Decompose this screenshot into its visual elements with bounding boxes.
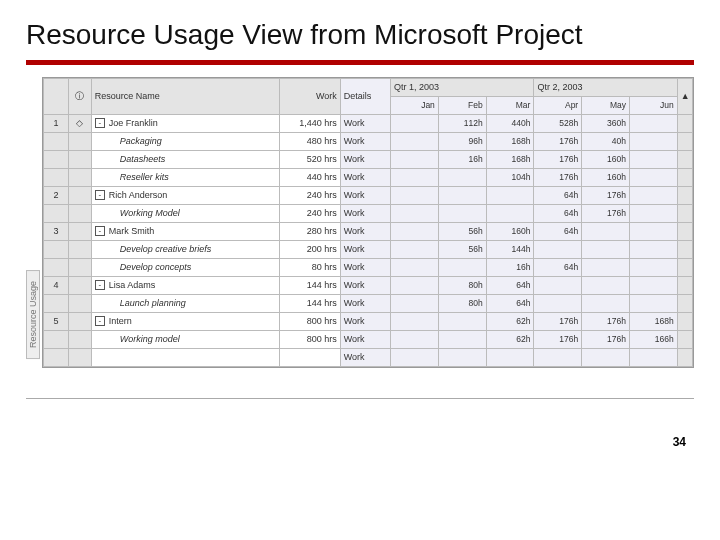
timephased-cell[interactable]: 360h — [582, 114, 630, 132]
scrollbar-track[interactable] — [677, 222, 692, 240]
timephased-cell[interactable]: 176h — [534, 132, 582, 150]
work-cell[interactable]: 800 hrs — [280, 330, 340, 348]
timephased-cell[interactable] — [391, 168, 439, 186]
row-id[interactable] — [44, 330, 69, 348]
timephased-cell[interactable]: 176h — [534, 312, 582, 330]
timephased-cell[interactable] — [534, 276, 582, 294]
timephased-cell[interactable] — [582, 294, 630, 312]
timephased-cell[interactable]: 160h — [582, 168, 630, 186]
collapse-icon[interactable]: - — [95, 226, 105, 236]
row-indicator[interactable] — [69, 132, 92, 150]
row-id[interactable] — [44, 348, 69, 366]
row-indicator[interactable] — [69, 150, 92, 168]
table-row[interactable]: Develop concepts80 hrsWork16h64h — [44, 258, 693, 276]
timephased-cell[interactable] — [438, 186, 486, 204]
scrollbar-track[interactable] — [677, 276, 692, 294]
details-cell[interactable]: Work — [340, 186, 390, 204]
timephased-cell[interactable] — [391, 312, 439, 330]
table-row[interactable]: Launch planning144 hrsWork80h64h — [44, 294, 693, 312]
task-name-cell[interactable]: Develop creative briefs — [91, 240, 280, 258]
empty-name-cell[interactable] — [91, 348, 280, 366]
task-name-cell[interactable]: Packaging — [91, 132, 280, 150]
row-indicator[interactable] — [69, 204, 92, 222]
resource-name-cell[interactable]: -Intern — [91, 312, 280, 330]
work-cell[interactable]: 480 hrs — [280, 132, 340, 150]
resource-name-cell[interactable]: -Lisa Adams — [91, 276, 280, 294]
header-info-icon[interactable]: ⓘ — [69, 78, 92, 114]
task-name-cell[interactable]: Reseller kits — [91, 168, 280, 186]
work-cell[interactable]: 240 hrs — [280, 186, 340, 204]
row-id[interactable] — [44, 132, 69, 150]
collapse-icon[interactable]: - — [95, 280, 105, 290]
timephased-cell[interactable] — [629, 204, 677, 222]
timephased-cell[interactable] — [582, 276, 630, 294]
header-month-may[interactable]: May — [582, 96, 630, 114]
timephased-cell[interactable]: 16h — [438, 150, 486, 168]
timephased-cell[interactable]: 176h — [534, 150, 582, 168]
scrollbar-track[interactable] — [677, 204, 692, 222]
timephased-cell[interactable]: 104h — [486, 168, 534, 186]
timephased-cell[interactable] — [629, 294, 677, 312]
timephased-cell[interactable]: 56h — [438, 222, 486, 240]
details-cell[interactable]: Work — [340, 114, 390, 132]
row-id[interactable] — [44, 168, 69, 186]
scrollbar-track[interactable] — [677, 114, 692, 132]
timephased-cell[interactable] — [438, 258, 486, 276]
scrollbar-track[interactable] — [677, 258, 692, 276]
timephased-cell[interactable]: 440h — [486, 114, 534, 132]
row-indicator[interactable] — [69, 348, 92, 366]
row-id[interactable] — [44, 204, 69, 222]
timephased-cell[interactable] — [391, 222, 439, 240]
timephased-cell[interactable] — [391, 186, 439, 204]
details-cell[interactable]: Work — [340, 258, 390, 276]
resource-name-cell[interactable]: -Joe Franklin — [91, 114, 280, 132]
scrollbar-track[interactable] — [677, 132, 692, 150]
scrollbar-track[interactable] — [677, 348, 692, 366]
table-row[interactable]: Develop creative briefs200 hrsWork56h144… — [44, 240, 693, 258]
timephased-cell[interactable]: 80h — [438, 294, 486, 312]
timephased-cell[interactable] — [391, 150, 439, 168]
table-row[interactable]: 5-Intern800 hrsWork62h176h176h168h — [44, 312, 693, 330]
details-cell[interactable]: Work — [340, 150, 390, 168]
timephased-cell[interactable] — [438, 312, 486, 330]
scrollbar-track[interactable] — [677, 150, 692, 168]
timephased-cell[interactable] — [391, 240, 439, 258]
timephased-cell[interactable]: 16h — [486, 258, 534, 276]
header-work[interactable]: Work — [280, 78, 340, 114]
timephased-cell[interactable]: 64h — [486, 276, 534, 294]
row-indicator[interactable] — [69, 240, 92, 258]
header-month-feb[interactable]: Feb — [438, 96, 486, 114]
timephased-cell[interactable] — [629, 168, 677, 186]
table-row[interactable]: Working model800 hrsWork62h176h176h166h — [44, 330, 693, 348]
timephased-cell[interactable] — [629, 150, 677, 168]
row-id[interactable] — [44, 294, 69, 312]
timephased-cell[interactable]: 64h — [534, 258, 582, 276]
scrollbar-track[interactable] — [677, 168, 692, 186]
work-cell[interactable]: 800 hrs — [280, 312, 340, 330]
row-id[interactable] — [44, 258, 69, 276]
details-cell[interactable]: Work — [340, 294, 390, 312]
collapse-icon[interactable]: - — [95, 316, 105, 326]
details-cell[interactable]: Work — [340, 222, 390, 240]
row-indicator[interactable] — [69, 276, 92, 294]
scroll-up-button[interactable]: ▲ — [677, 78, 692, 114]
timephased-cell[interactable]: 64h — [534, 222, 582, 240]
collapse-icon[interactable]: - — [95, 118, 105, 128]
timephased-cell[interactable]: 176h — [534, 330, 582, 348]
details-cell[interactable]: Work — [340, 240, 390, 258]
timephased-cell[interactable]: 176h — [534, 168, 582, 186]
timephased-cell[interactable] — [391, 114, 439, 132]
timephased-cell[interactable]: 176h — [582, 312, 630, 330]
timephased-cell[interactable] — [391, 132, 439, 150]
work-cell[interactable]: 1,440 hrs — [280, 114, 340, 132]
table-row[interactable]: 3-Mark Smith280 hrsWork56h160h64h — [44, 222, 693, 240]
work-cell[interactable]: 200 hrs — [280, 240, 340, 258]
timephased-cell[interactable] — [438, 204, 486, 222]
row-id[interactable]: 1 — [44, 114, 69, 132]
row-id[interactable]: 4 — [44, 276, 69, 294]
timephased-cell[interactable] — [391, 294, 439, 312]
timephased-cell[interactable]: 166h — [629, 330, 677, 348]
details-cell[interactable]: Work — [340, 276, 390, 294]
timephased-cell[interactable] — [391, 348, 439, 366]
details-cell[interactable]: Work — [340, 330, 390, 348]
